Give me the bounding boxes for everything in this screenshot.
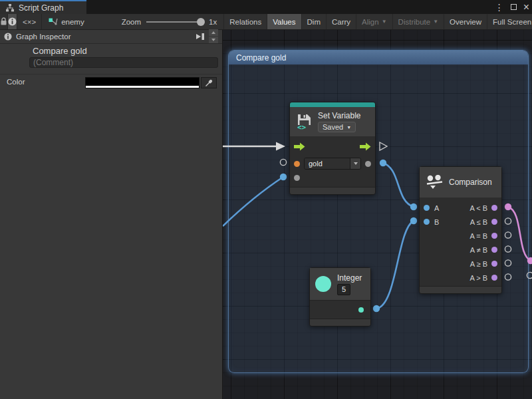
svg-text:<>: <> [297, 123, 307, 130]
node-accent-strip [290, 102, 375, 107]
output-label: A ≠ B [470, 246, 487, 254]
node-set-variable[interactable]: <> Set Variable Saved ▼ [289, 102, 376, 195]
triangle-up-icon [211, 31, 215, 34]
divider [0, 74, 222, 74]
triangle-down-icon [354, 162, 358, 165]
output-label: A > B [469, 274, 487, 282]
set-variable-header[interactable]: <> Set Variable Saved ▼ [290, 107, 375, 136]
integer-type-icon [315, 276, 331, 292]
value-out-port[interactable] [365, 161, 371, 167]
variable-scope-dropdown[interactable]: Saved ▼ [318, 122, 356, 132]
values-button[interactable]: Values [267, 14, 301, 29]
eyedropper-button[interactable] [201, 77, 217, 88]
variable-name-value: gold [305, 158, 350, 169]
overview-button[interactable]: Overview [444, 14, 487, 29]
spinner-up-button[interactable] [209, 29, 218, 36]
input-b-label: B [434, 218, 439, 226]
spinner-down-button[interactable] [209, 37, 218, 43]
node-integer[interactable]: Integer 5 [309, 267, 371, 327]
output-label: A ≤ B [470, 218, 487, 226]
inspector-spinner [209, 29, 218, 44]
integer-output-port[interactable] [358, 307, 364, 313]
tab-label: Script Graph [19, 3, 63, 13]
output-a-neq-b-port[interactable] [491, 247, 497, 253]
port-row: B A ≤ B [420, 215, 501, 229]
comparison-header[interactable]: Comparison [420, 167, 501, 198]
fullscreen-label: Full Screen [493, 18, 531, 26]
output-a-gt-b-port[interactable] [491, 275, 497, 281]
maximize-icon[interactable] [511, 4, 517, 10]
output-label: A ≥ B [470, 260, 487, 268]
zoom-slider-track [146, 21, 203, 23]
alpha-bar [86, 86, 199, 88]
eyedropper-icon [205, 79, 213, 87]
input-b-port[interactable] [424, 219, 430, 225]
align-label: Align [362, 18, 379, 26]
graph-title-text: Compare gold [33, 46, 87, 56]
flow-row [290, 136, 375, 156]
output-a-eq-b-port[interactable] [491, 233, 497, 239]
zoom-value: 1x [209, 18, 217, 26]
info-icon [8, 17, 17, 26]
group-header[interactable]: Compare gold [229, 51, 528, 65]
values-label: Values [273, 18, 295, 26]
comparison-scales-icon [426, 175, 444, 190]
integer-value-field[interactable]: 5 [337, 284, 350, 295]
window-controls: ⋮ × [495, 0, 529, 14]
fullscreen-button[interactable]: Full Screen [487, 14, 532, 29]
node-footer [420, 286, 501, 293]
align-dropdown[interactable]: Align▼ [356, 14, 393, 29]
window-menu-icon[interactable]: ⋮ [495, 3, 504, 12]
output-a-less-b-port[interactable] [491, 205, 497, 211]
breadcrumb-label: enemy [61, 18, 84, 26]
ports-button[interactable]: <×> [17, 14, 42, 29]
node-title: Set Variable [318, 111, 360, 120]
integer-header[interactable]: Integer 5 [310, 268, 370, 300]
relations-button[interactable]: Relations [224, 14, 267, 29]
distribute-label: Distribute [398, 18, 431, 26]
zoom-slider[interactable] [146, 18, 203, 26]
inspector-title: Graph Inspector [16, 33, 70, 41]
chevron-down-icon: ▼ [433, 19, 438, 25]
inspector-toggle-button[interactable] [8, 14, 17, 29]
lock-icon [0, 17, 7, 26]
save-variable-icon: <> [297, 113, 313, 130]
info-icon [4, 33, 12, 41]
dock-panel-icon[interactable] [196, 33, 205, 41]
tab-script-graph[interactable]: Script Graph [0, 0, 86, 14]
node-footer [310, 319, 370, 326]
input-a-label: A [434, 204, 439, 212]
chevron-down-icon: ▼ [382, 19, 387, 25]
carry-label: Carry [332, 18, 350, 26]
output-a-lte-b-port[interactable] [491, 219, 497, 225]
close-icon[interactable]: × [523, 2, 529, 13]
comment-input[interactable] [29, 57, 218, 68]
node-comparison[interactable]: Comparison A A < B B A ≤ B A = B [419, 166, 502, 294]
input-a-port[interactable] [424, 205, 430, 211]
output-label: A < B [469, 204, 487, 212]
distribute-dropdown[interactable]: Distribute▼ [393, 14, 445, 29]
zoom-slider-handle[interactable] [197, 18, 205, 26]
variable-name-row: gold [290, 156, 375, 171]
dropdown-button[interactable] [350, 158, 360, 169]
port-row: A ≠ B [420, 243, 501, 257]
lock-button[interactable] [0, 14, 8, 29]
zoom-label: Zoom [122, 18, 141, 26]
carry-button[interactable]: Carry [327, 14, 356, 29]
flow-in-arrow-icon[interactable] [294, 142, 305, 151]
overview-label: Overview [450, 18, 481, 26]
flow-out-arrow-icon[interactable] [360, 142, 371, 151]
port-row: A > B [420, 271, 501, 285]
output-a-gte-b-port[interactable] [491, 261, 497, 267]
color-swatch[interactable] [85, 77, 200, 88]
dim-button[interactable]: Dim [302, 14, 327, 29]
variable-port[interactable] [294, 161, 300, 167]
value-in-port[interactable] [294, 175, 300, 181]
graph-breadcrumb[interactable]: enemy [42, 14, 91, 29]
graph-canvas[interactable]: Compare gold [223, 30, 532, 399]
variable-name-dropdown[interactable]: gold [304, 158, 361, 170]
zoom-control: Zoom 1x [91, 14, 225, 29]
output-label: A = B [469, 232, 487, 240]
node-title: Comparison [449, 178, 492, 187]
scope-label: Saved [323, 123, 343, 131]
